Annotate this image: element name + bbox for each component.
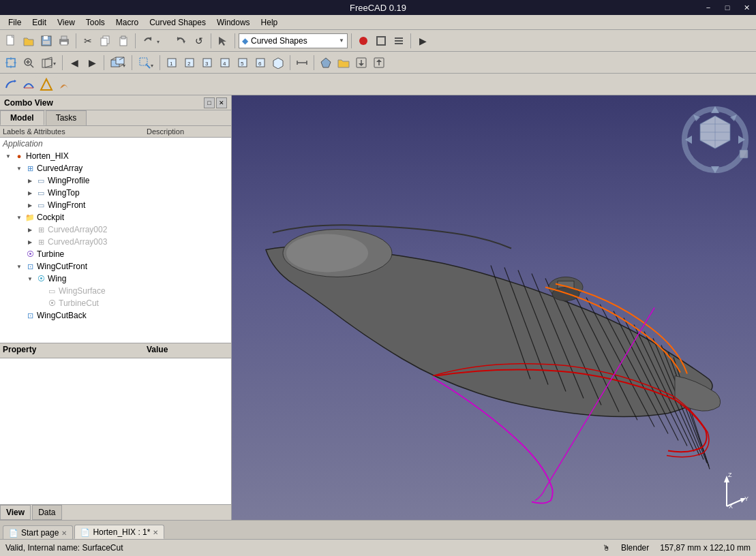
tree-horten-hix[interactable]: ▼ ● Horten_HIX: [0, 150, 231, 162]
view-top-button[interactable]: 2: [181, 55, 198, 71]
maximize-button[interactable]: □: [718, 0, 737, 15]
record-button[interactable]: [355, 33, 372, 49]
cut-button[interactable]: ✂: [80, 33, 96, 49]
cs-tool3-button[interactable]: [38, 76, 55, 93]
tree-wing-cut-front[interactable]: ▼ ⊡ WingCutFront: [0, 260, 231, 273]
view-iso-button[interactable]: [270, 55, 286, 71]
page-tab-model[interactable]: 📄 Horten_HIX : 1* ✕: [74, 525, 164, 539]
tree-wing[interactable]: ▼ ⦿ Wing: [0, 273, 231, 285]
tree-cockpit[interactable]: ▼ 📁 Cockpit: [0, 211, 231, 223]
maximize-view-button[interactable]: [373, 33, 389, 49]
view-bottom-button[interactable]: 5: [235, 55, 251, 71]
paste-button[interactable]: [115, 33, 132, 49]
svg-text:Z: Z: [728, 472, 732, 478]
view-3d-button[interactable]: ▾: [108, 55, 128, 71]
tree-view[interactable]: Application ▼ ● Horten_HIX ▼ ⊞ CurvedArr…: [0, 138, 231, 343]
toggle-ca003[interactable]: ▶: [25, 239, 35, 245]
zoom-fit-button[interactable]: [3, 55, 19, 71]
redo-button[interactable]: ▾: [165, 33, 190, 49]
menu-curved-shapes[interactable]: Curved Shapes: [144, 16, 211, 29]
new-button[interactable]: [3, 33, 19, 49]
save-button[interactable]: [38, 33, 55, 49]
tree-curved-array-003[interactable]: ▶ ⊞ CurvedArray003: [0, 236, 231, 248]
cockpit-icon: 📁: [25, 212, 35, 223]
svg-rect-20: [395, 37, 403, 39]
open-button[interactable]: [20, 33, 37, 49]
properties-button[interactable]: [391, 33, 407, 49]
copy-button[interactable]: [97, 33, 114, 49]
tree-turbine-cut[interactable]: ▶ ⦿ TurbineCut: [0, 297, 231, 309]
view-box-button[interactable]: ▾: [38, 55, 59, 71]
start-page-icon: 📄: [9, 529, 18, 538]
ws-icon: ▭: [46, 285, 57, 296]
import-button[interactable]: [371, 55, 387, 71]
zoom-region-button[interactable]: ▾: [136, 55, 156, 71]
view-back-button[interactable]: 6: [252, 55, 269, 71]
cs-tool1-button[interactable]: [3, 76, 19, 93]
svg-rect-104: [740, 150, 748, 158]
toggle-wing[interactable]: ▼: [25, 276, 35, 282]
toggle-wcf[interactable]: ▼: [14, 264, 25, 270]
view-tab-view[interactable]: View: [0, 505, 31, 520]
forward-button[interactable]: ▶: [84, 55, 100, 71]
navigation-cube[interactable]: [681, 102, 749, 177]
page-tab-start[interactable]: 📄 Start page ✕: [3, 525, 73, 539]
toggle-ca002[interactable]: ▶: [25, 227, 35, 233]
tree-wing-surface[interactable]: ▶ ▭ WingSurface: [0, 285, 231, 297]
curved-array-icon: ⊞: [25, 163, 35, 174]
view-tab-data[interactable]: Data: [32, 505, 61, 520]
folder-button[interactable]: [335, 55, 352, 71]
view-left-button[interactable]: 4: [217, 55, 233, 71]
play-button[interactable]: ▶: [414, 33, 431, 49]
menu-file[interactable]: File: [3, 16, 27, 29]
tree-wing-cut-back[interactable]: ▶ ⊡ WingCutBack: [0, 309, 231, 322]
menu-help[interactable]: Help: [256, 16, 284, 29]
menu-windows[interactable]: Windows: [211, 16, 256, 29]
sep3: [211, 33, 211, 48]
svg-point-88: [286, 234, 368, 273]
sep-v2: [104, 55, 104, 70]
menu-edit[interactable]: Edit: [27, 16, 52, 29]
pointer-button[interactable]: [215, 33, 231, 49]
undo-button[interactable]: ▾: [139, 33, 164, 49]
viewport[interactable]: Z Y X: [232, 95, 756, 520]
refresh-button[interactable]: ↺: [191, 33, 207, 49]
toggle-wing-front[interactable]: ▶: [25, 202, 35, 208]
zoom-in-button[interactable]: [20, 55, 37, 71]
turbine-icon: ⦿: [25, 249, 35, 260]
toggle-curved-array[interactable]: ▼: [14, 166, 25, 172]
part-button[interactable]: [318, 55, 334, 71]
tree-wing-top[interactable]: ▶ ▭ WingTop: [0, 187, 231, 199]
menu-view[interactable]: View: [52, 16, 80, 29]
tree-curved-array-002[interactable]: ▶ ⊞ CurvedArray002: [0, 223, 231, 236]
tab-model[interactable]: Model: [0, 110, 44, 125]
start-page-close[interactable]: ✕: [61, 529, 67, 537]
toggle-wing-profile[interactable]: ▶: [25, 178, 35, 184]
view-front-button[interactable]: 1: [164, 55, 180, 71]
svg-marker-60: [321, 58, 331, 67]
close-button[interactable]: ✕: [737, 0, 756, 15]
tree-turbine[interactable]: ▶ ⦿ Turbine: [0, 248, 231, 260]
combo-view-undock[interactable]: □: [204, 97, 215, 108]
cs-tool4-button[interactable]: [56, 76, 72, 93]
toggle-cockpit[interactable]: ▼: [14, 215, 25, 221]
toggle-horten[interactable]: ▼: [3, 153, 14, 159]
tab-tasks[interactable]: Tasks: [46, 110, 87, 125]
combo-view-close[interactable]: ✕: [216, 97, 227, 108]
print-button[interactable]: [56, 33, 72, 49]
export-button[interactable]: [353, 55, 369, 71]
workbench-dropdown[interactable]: ◆ Curved Shapes ▼: [239, 33, 348, 48]
tree-wing-front[interactable]: ▶ ▭ WingFront: [0, 199, 231, 211]
back-button[interactable]: ◀: [66, 55, 82, 71]
menu-tools[interactable]: Tools: [80, 16, 110, 29]
menu-macro[interactable]: Macro: [110, 16, 144, 29]
measure-button[interactable]: [294, 55, 310, 71]
minimize-button[interactable]: −: [699, 0, 718, 15]
toolbar-curved-shapes: [0, 74, 756, 95]
cs-tool2-button[interactable]: [20, 76, 37, 93]
view-right-button[interactable]: 3: [199, 55, 215, 71]
model-tab-close[interactable]: ✕: [153, 529, 158, 536]
tree-wing-profile[interactable]: ▶ ▭ WingProfile: [0, 174, 231, 187]
toggle-wing-top[interactable]: ▶: [25, 190, 35, 196]
tree-curved-array[interactable]: ▼ ⊞ CurvedArray: [0, 162, 231, 174]
